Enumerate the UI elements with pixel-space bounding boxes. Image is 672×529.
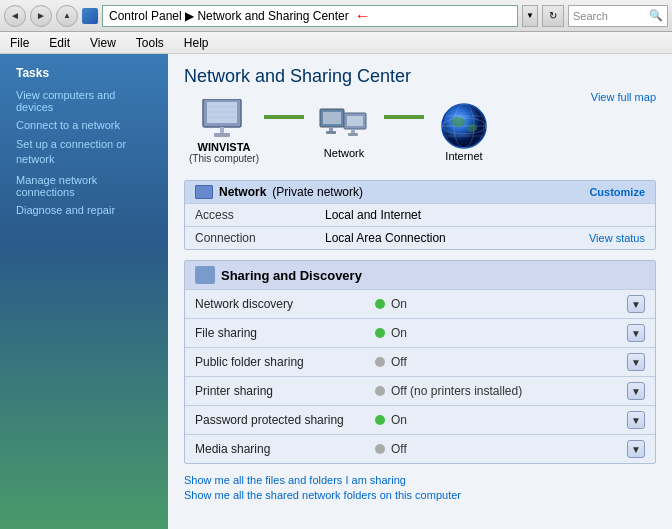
panel-header: Network (Private network) Customize xyxy=(185,181,655,203)
sidebar-link-setup[interactable]: Set up a connection or network xyxy=(0,134,168,171)
network-row-access: Access Local and Internet xyxy=(185,203,655,226)
menu-edit[interactable]: Edit xyxy=(43,34,76,52)
network-label: Network xyxy=(324,147,364,159)
status-text-1: On xyxy=(391,326,627,340)
refresh-button[interactable]: ↻ xyxy=(542,5,564,27)
menu-help[interactable]: Help xyxy=(178,34,215,52)
search-icon: 🔍 xyxy=(649,9,663,22)
network-small-icon xyxy=(195,185,213,199)
svg-rect-12 xyxy=(347,116,363,126)
view-status-link[interactable]: View status xyxy=(589,232,645,244)
main-layout: Tasks View computers and devices Connect… xyxy=(0,54,672,529)
address-text: Control Panel ▶ Network and Sharing Cent… xyxy=(109,9,349,23)
status-text-3: Off (no printers installed) xyxy=(391,384,627,398)
sharing-row-1: File sharing On ▼ xyxy=(185,318,655,347)
status-dot-3 xyxy=(375,386,385,396)
back-button[interactable]: ◄ xyxy=(4,5,26,27)
status-dot-2 xyxy=(375,357,385,367)
bottom-links: Show me all the files and folders I am s… xyxy=(184,474,656,501)
svg-rect-9 xyxy=(329,127,333,131)
svg-point-24 xyxy=(467,124,477,132)
status-dot-5 xyxy=(375,444,385,454)
network-panel-title: Network xyxy=(219,185,266,199)
access-value: Local and Internet xyxy=(325,208,645,222)
computer-label: (This computer) xyxy=(189,153,259,164)
globe-icon xyxy=(440,102,488,150)
sidebar-link-connect[interactable]: Connect to a network xyxy=(0,116,168,134)
sharing-label-0: Network discovery xyxy=(195,297,375,311)
search-box[interactable]: Search 🔍 xyxy=(568,5,668,27)
sidebar-link-manage[interactable]: Manage network connections xyxy=(0,171,168,201)
status-text-5: Off xyxy=(391,442,627,456)
sharing-label-4: Password protected sharing xyxy=(195,413,375,427)
page-title: Network and Sharing Center xyxy=(184,66,656,87)
sharing-label-1: File sharing xyxy=(195,326,375,340)
address-dropdown[interactable]: ▼ xyxy=(522,5,538,27)
sharing-row-0: Network discovery On ▼ xyxy=(185,289,655,318)
sidebar-link-diagnose[interactable]: Diagnose and repair xyxy=(0,201,168,219)
sharing-header: Sharing and Discovery xyxy=(185,261,655,289)
expand-btn-5[interactable]: ▼ xyxy=(627,440,645,458)
sharing-row-3: Printer sharing Off (no printers install… xyxy=(185,376,655,405)
diagram-network: Network xyxy=(304,105,384,159)
expand-btn-3[interactable]: ▼ xyxy=(627,382,645,400)
arrow-indicator: ← xyxy=(355,7,371,25)
sidebar-section-title: Tasks xyxy=(0,62,168,86)
sharing-row-4: Password protected sharing On ▼ xyxy=(185,405,655,434)
sidebar-link-view-computers[interactable]: View computers and devices xyxy=(0,86,168,116)
status-dot-1 xyxy=(375,328,385,338)
computer-icon xyxy=(198,99,250,141)
sharing-icon xyxy=(195,266,215,284)
network-info-panel: Network (Private network) Customize Acce… xyxy=(184,180,656,250)
svg-rect-14 xyxy=(348,133,358,136)
menu-view[interactable]: View xyxy=(84,34,122,52)
connection-line-1 xyxy=(264,115,304,119)
expand-btn-0[interactable]: ▼ xyxy=(627,295,645,313)
forward-button[interactable]: ► xyxy=(30,5,52,27)
sharing-row-5: Media sharing Off ▼ xyxy=(185,434,655,463)
customize-link[interactable]: Customize xyxy=(589,186,645,198)
connection-value: Local Area Connection xyxy=(325,231,589,245)
sharing-label-2: Public folder sharing xyxy=(195,355,375,369)
sidebar: Tasks View computers and devices Connect… xyxy=(0,54,168,529)
status-text-0: On xyxy=(391,297,627,311)
diagram-computer: WINVISTA (This computer) xyxy=(184,99,264,164)
bottom-link-0[interactable]: Show me all the files and folders I am s… xyxy=(184,474,656,486)
connection-line-2 xyxy=(384,115,424,119)
bottom-link-1[interactable]: Show me all the shared network folders o… xyxy=(184,489,656,501)
address-path[interactable]: Control Panel ▶ Network and Sharing Cent… xyxy=(102,5,518,27)
menu-file[interactable]: File xyxy=(4,34,35,52)
status-text-2: Off xyxy=(391,355,627,369)
sharing-label-3: Printer sharing xyxy=(195,384,375,398)
up-button[interactable]: ▲ xyxy=(56,5,78,27)
status-dot-4 xyxy=(375,415,385,425)
sharing-title: Sharing and Discovery xyxy=(221,268,362,283)
sharing-label-5: Media sharing xyxy=(195,442,375,456)
network-icon xyxy=(318,105,370,147)
expand-btn-2[interactable]: ▼ xyxy=(627,353,645,371)
expand-btn-4[interactable]: ▼ xyxy=(627,411,645,429)
svg-rect-10 xyxy=(326,131,336,134)
menu-tools[interactable]: Tools xyxy=(130,34,170,52)
content-area: Network and Sharing Center View full map xyxy=(168,54,672,529)
svg-point-23 xyxy=(451,117,465,127)
sharing-panel: Sharing and Discovery Network discovery … xyxy=(184,260,656,464)
internet-label: Internet xyxy=(445,150,482,162)
status-dot-0 xyxy=(375,299,385,309)
svg-rect-13 xyxy=(351,129,355,133)
connection-label: Connection xyxy=(195,231,325,245)
network-diagram: View full map WINVISTA (This computer) xyxy=(184,99,656,164)
svg-rect-8 xyxy=(323,112,341,124)
view-full-map-link[interactable]: View full map xyxy=(591,91,656,103)
diagram-internet: Internet xyxy=(424,102,504,162)
panel-header-left: Network (Private network) xyxy=(195,185,363,199)
network-row-connection: Connection Local Area Connection View st… xyxy=(185,226,655,249)
computer-name: WINVISTA xyxy=(198,141,251,153)
access-label: Access xyxy=(195,208,325,222)
network-type: (Private network) xyxy=(272,185,363,199)
svg-rect-6 xyxy=(214,133,230,137)
address-bar: ◄ ► ▲ Control Panel ▶ Network and Sharin… xyxy=(0,0,672,32)
search-placeholder: Search xyxy=(573,10,608,22)
expand-btn-1[interactable]: ▼ xyxy=(627,324,645,342)
svg-rect-5 xyxy=(220,127,224,133)
